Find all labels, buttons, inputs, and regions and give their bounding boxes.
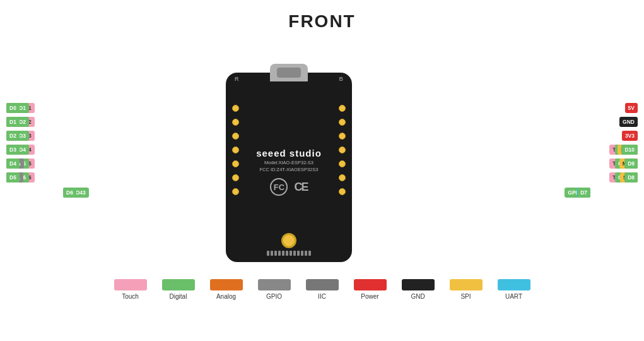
r-label: R [235,76,239,82]
pin-dot [339,133,346,140]
bottom-connector [267,251,311,256]
pin-dot [232,147,239,153]
legend-analog: Analog [210,279,243,300]
legend-digital: Digital [162,279,195,300]
conn-pin [274,251,277,256]
legend-spi: SPI [450,279,483,300]
legend-spi-label: SPI [460,293,471,300]
conn-pin [305,251,307,256]
legend-touch-label: Touch [122,293,139,300]
legend-gnd-label: GND [411,293,424,300]
pin-dot [232,174,239,181]
left-pin-dots [232,101,239,198]
bottom-area [267,233,311,256]
page-title: FRONT [0,0,644,32]
pin-dot [232,119,239,126]
d3-label: D3 [6,145,20,155]
legend-uart-box [498,279,530,290]
fc-logo: FC [270,178,288,196]
gnd-label: GND [619,117,638,127]
d9-label: D9 [624,159,638,169]
legend-iic-box [306,279,339,290]
legend-power-label: Power [361,293,378,300]
d0-label: D0 [6,103,20,113]
board-model: Model:XIAO-ESP32-S3 FCC ID:Z4T-XIAOESP32… [260,160,319,173]
legend-gnd-box [402,279,435,290]
right-pin-dots [339,101,346,198]
5v-label: 5V [625,103,638,113]
legend-gnd: GND [402,279,435,300]
legend-analog-label: Analog [216,293,236,300]
b-label: B [339,76,344,82]
d6-label: D6 [63,188,76,198]
pin-dot [339,174,346,181]
d7-label: D7 [577,188,590,198]
board-rb-labels: R B [226,76,352,82]
legend-gpio-box [258,279,291,290]
board-brand: seeed studio [256,148,322,159]
legend-touch-box [114,279,147,290]
conn-pin [290,251,292,256]
legend-uart: UART [498,279,530,300]
conn-pin [282,251,284,256]
pin-dot [339,105,346,112]
d10-label: D10 [621,145,638,155]
legend-digital-label: Digital [170,293,187,300]
d2-label: D2 [6,131,20,141]
legend-touch: Touch [114,279,147,300]
d1-label: D1 [6,117,20,127]
pin-dot [339,188,346,195]
d5-label: D5 [6,172,20,182]
d4-label: D4 [6,159,20,169]
legend-spi-box [450,279,483,290]
pin-dot [339,160,346,167]
board-logos: FC CE [270,178,307,196]
microcontroller-board: seeed studio Model:XIAO-ESP32-S3 FCC ID:… [226,73,352,262]
conn-pin [278,251,281,256]
conn-pin [308,251,311,256]
legend-gpio: GPIO [258,279,291,300]
3v3-label: 3V3 [622,131,638,141]
legend-power: Power [354,279,387,300]
conn-pin [301,251,303,256]
d8-label: D8 [624,172,638,182]
pin-dot [339,147,346,153]
legend-power-box [354,279,387,290]
legend-uart-label: UART [505,293,522,300]
pin-dot [232,160,239,167]
pin-dot [232,133,239,140]
legend-iic: IIC [306,279,339,300]
legend-digital-box [162,279,195,290]
ce-logo: CE [294,181,307,194]
diagram-area: R B seeed studio [0,35,644,306]
pin-dot [232,188,239,195]
conn-pin [293,251,296,256]
conn-pin [297,251,300,256]
legend-analog-box [210,279,243,290]
legend-iic-label: IIC [318,293,326,300]
antenna-pad [281,233,296,248]
legend: Touch Digital Analog GPIO IIC Power GND [0,279,644,300]
conn-pin [267,251,269,256]
conn-pin [271,251,273,256]
pin-dot [339,119,346,126]
conn-pin [286,251,288,256]
pin-dot [232,105,239,112]
legend-gpio-label: GPIO [266,293,282,300]
